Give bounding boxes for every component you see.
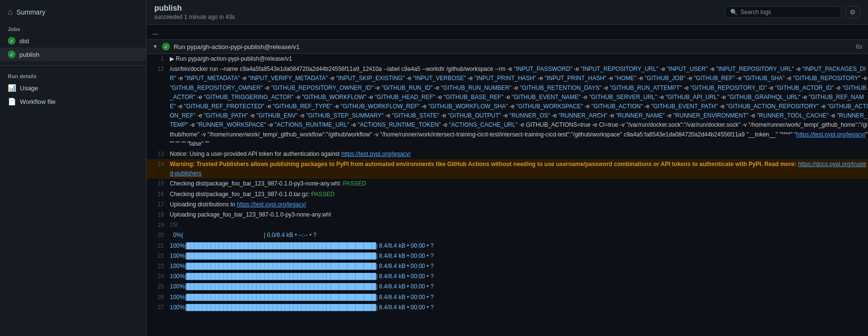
log-line-text: 25l bbox=[170, 220, 868, 230]
spacer-top bbox=[147, 25, 868, 29]
log-line-number: 23 bbox=[147, 261, 170, 271]
log-line-number: 25 bbox=[147, 282, 170, 292]
log-line-text: Warning: Trusted Publishers allows publi… bbox=[170, 159, 868, 179]
log-row: 23100%|█████████████████████████████████… bbox=[147, 261, 868, 271]
log-line-text: Uploading package_foo_bar_123_987-0.1.0-… bbox=[170, 210, 868, 220]
log-line-text: 0%| | 0.0/8.4 kB • --:-- • ? bbox=[170, 230, 868, 240]
log-line-text: 100%|███████████████████████████████████… bbox=[170, 271, 868, 282]
log-row: 26100%|█████████████████████████████████… bbox=[147, 292, 868, 302]
log-line-number: 1 bbox=[147, 54, 170, 64]
search-icon: 🔍 bbox=[730, 9, 737, 16]
step-check-icon bbox=[162, 43, 170, 50]
chart-icon: 📊 bbox=[8, 84, 16, 92]
log-line-number: 14 bbox=[147, 159, 170, 169]
log-line-text: 100%|███████████████████████████████████… bbox=[170, 292, 868, 302]
log-line-text: 100%|███████████████████████████████████… bbox=[170, 282, 868, 292]
search-logs-box[interactable]: 🔍 Search logs bbox=[725, 6, 841, 18]
usage-label: Usage bbox=[20, 84, 38, 92]
log-row: 13Notice: Using a user-provided API toke… bbox=[147, 149, 868, 159]
run-details-label: Run details bbox=[0, 69, 146, 81]
log-line-number: 20 bbox=[147, 230, 170, 240]
log-line-number: 24 bbox=[147, 271, 170, 282]
log-lines-container: 1▶ Run pypa/gh-action-pypi-publish@relea… bbox=[147, 54, 868, 313]
log-line-text: 100%|███████████████████████████████████… bbox=[170, 251, 868, 261]
log-line-number: 13 bbox=[147, 149, 170, 159]
settings-button[interactable]: ⚙ bbox=[845, 6, 860, 18]
log-row: 20 0%| | 0.0/8.4 kB • --:-- • ? bbox=[147, 230, 868, 240]
log-line-text: Notice: Using a user-provided API token … bbox=[170, 149, 868, 159]
sidebar: ⌂ Summary Jobs dist publish Run details … bbox=[0, 0, 147, 336]
dist-check-icon bbox=[8, 37, 16, 45]
jobs-section-label: Jobs bbox=[0, 20, 146, 34]
log-row: 21100%|█████████████████████████████████… bbox=[147, 241, 868, 251]
log-line-number: 19 bbox=[147, 220, 170, 230]
log-row: 1925l bbox=[147, 220, 868, 230]
log-row: 12/usr/bin/docker run --name c9a4a5fa854… bbox=[147, 64, 868, 149]
topbar-left: publish succeeded 1 minute ago in 43s bbox=[154, 4, 235, 20]
search-placeholder: Search logs bbox=[740, 9, 771, 16]
log-row: 1▶ Run pypa/gh-action-pypi-publish@relea… bbox=[147, 54, 868, 64]
sidebar-summary-label: Summary bbox=[16, 8, 46, 16]
step-title: Run pypa/gh-action-pypi-publish@release/… bbox=[174, 43, 852, 50]
step-header[interactable]: ▼ Run pypa/gh-action-pypi-publish@releas… bbox=[147, 39, 868, 54]
log-row: 16Checking dist/package_foo_bar_123_987-… bbox=[147, 189, 868, 200]
log-line-number: 12 bbox=[147, 64, 170, 74]
page-title: publish bbox=[154, 4, 235, 13]
log-line-number: 18 bbox=[147, 210, 170, 220]
log-row: 17Uploading distributions to https://tes… bbox=[147, 200, 868, 210]
sidebar-divider bbox=[0, 65, 146, 66]
log-line-text: 100%|███████████████████████████████████… bbox=[170, 261, 868, 271]
log-line-number: 16 bbox=[147, 189, 170, 200]
log-content[interactable]: — ▼ Run pypa/gh-action-pypi-publish@rele… bbox=[147, 25, 868, 336]
sidebar-item-usage[interactable]: 📊 Usage bbox=[0, 81, 146, 95]
main-panel: publish succeeded 1 minute ago in 43s 🔍 … bbox=[147, 0, 868, 336]
chevron-down-icon: ▼ bbox=[152, 43, 158, 50]
log-row: 22100%|█████████████████████████████████… bbox=[147, 251, 868, 261]
log-line-text: 100%|███████████████████████████████████… bbox=[170, 241, 868, 251]
log-line-text: Checking dist/package_foo_bar_123_987-0.… bbox=[170, 189, 868, 200]
log-row: 15Checking dist/package_foo_bar_123_987-… bbox=[147, 179, 868, 189]
home-icon: ⌂ bbox=[8, 8, 13, 17]
collapse-bar: — bbox=[147, 29, 868, 39]
log-row: 27100%|█████████████████████████████████… bbox=[147, 302, 868, 313]
log-line-text: Checking dist/package_foo_bar_123_987-0.… bbox=[170, 179, 868, 189]
sidebar-item-publish[interactable]: publish bbox=[0, 48, 146, 61]
sidebar-item-dist[interactable]: dist bbox=[0, 34, 146, 48]
log-row: 25100%|█████████████████████████████████… bbox=[147, 282, 868, 292]
workflow-label: Workflow file bbox=[20, 98, 55, 105]
publish-check-icon bbox=[8, 50, 16, 58]
sidebar-item-workflow[interactable]: 📄 Workflow file bbox=[0, 95, 146, 108]
log-line-number: 22 bbox=[147, 251, 170, 261]
file-icon: 📄 bbox=[8, 98, 16, 105]
sidebar-item-summary[interactable]: ⌂ Summary bbox=[0, 4, 146, 20]
log-line-number: 15 bbox=[147, 179, 170, 189]
log-line-text: Uploading distributions to https://test.… bbox=[170, 200, 868, 210]
step-duration: 6s bbox=[856, 43, 862, 50]
log-line-number: 21 bbox=[147, 241, 170, 251]
log-line-text: /usr/bin/docker run --name c9a4a5fa8543e… bbox=[170, 64, 868, 149]
log-line-number: 27 bbox=[147, 302, 170, 313]
log-row: 24100%|█████████████████████████████████… bbox=[147, 271, 868, 282]
publish-label: publish bbox=[19, 51, 39, 58]
topbar: publish succeeded 1 minute ago in 43s 🔍 … bbox=[147, 0, 868, 25]
log-line-text: 100%|███████████████████████████████████… bbox=[170, 302, 868, 313]
log-line-number: 17 bbox=[147, 200, 170, 210]
log-row: 18Uploading package_foo_bar_123_987-0.1.… bbox=[147, 210, 868, 220]
topbar-right: 🔍 Search logs ⚙ bbox=[725, 6, 860, 18]
log-line-text: ▶ Run pypa/gh-action-pypi-publish@releas… bbox=[170, 54, 868, 64]
log-row: 14Warning: Trusted Publishers allows pub… bbox=[147, 159, 868, 179]
log-line-number: 26 bbox=[147, 292, 170, 302]
dist-label: dist bbox=[19, 37, 29, 45]
page-subtitle: succeeded 1 minute ago in 43s bbox=[154, 14, 235, 20]
